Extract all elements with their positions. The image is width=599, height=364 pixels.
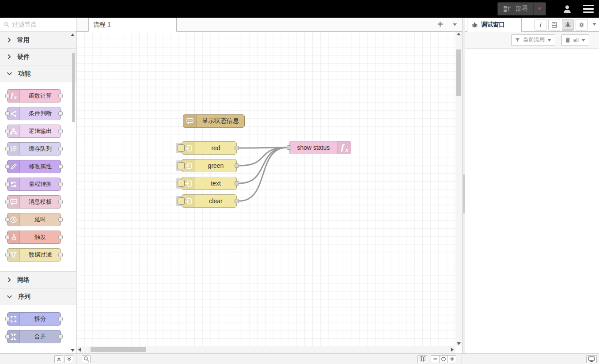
palette-collapse-all-button[interactable] <box>54 355 63 363</box>
scroll-down-arrow[interactable] <box>457 342 461 345</box>
palette-category-label: 功能 <box>18 70 30 78</box>
palette-node-clock[interactable]: 延时 <box>7 213 61 226</box>
palette-node-function[interactable]: ƒx函数计算 <box>7 89 61 102</box>
sidebar-menu-button[interactable] <box>592 23 596 26</box>
palette-node-hand[interactable]: 触发 <box>7 231 61 244</box>
palette-node-split[interactable]: 拆分 <box>7 312 61 326</box>
wire[interactable] <box>239 148 287 166</box>
palette-node-sitemap[interactable]: 逻辑输出 <box>7 125 61 138</box>
palette-node-join[interactable]: 合并 <box>7 330 61 343</box>
canvas-vertical-scrollbar[interactable] <box>455 32 462 346</box>
info-icon: i <box>539 21 541 29</box>
palette-category-硬件[interactable]: 硬件 <box>0 49 76 65</box>
scroll-up-arrow[interactable] <box>457 33 461 35</box>
output-port <box>58 129 63 133</box>
flow-tab[interactable]: 流程 1 <box>88 18 177 32</box>
monitor-icon <box>588 356 595 362</box>
palette-scroll-down-arrow[interactable] <box>71 349 75 352</box>
palette-node-list[interactable]: 缓存队列 <box>7 142 61 155</box>
workspace-search-button[interactable] <box>82 355 91 363</box>
node-label: green <box>195 159 236 172</box>
debug-clear-button[interactable]: all <box>561 34 589 46</box>
minus-icon <box>433 356 438 361</box>
separator-grip[interactable] <box>463 174 465 213</box>
zoom-in-button[interactable] <box>447 355 456 363</box>
palette-scrollbar-thumb[interactable] <box>72 53 75 122</box>
inject-node-text[interactable]: text <box>182 177 237 190</box>
input-port <box>5 217 10 222</box>
palette-expand-all-button[interactable] <box>64 355 73 363</box>
sidebar-header: 调试窗口 i <box>465 18 599 32</box>
palette-category-常用[interactable]: 常用 <box>0 32 76 49</box>
add-flow-button[interactable] <box>437 21 444 27</box>
palette-node-pencil[interactable]: 修改属性 <box>7 160 61 173</box>
canvas-horizontal-scrollbar[interactable] <box>76 346 455 353</box>
input-port[interactable] <box>287 145 291 150</box>
hide-sidebar-button[interactable] <box>586 355 597 363</box>
deploy-button[interactable]: 部署 <box>497 2 546 15</box>
inject-node-clear[interactable]: clear <box>182 194 237 208</box>
inject-trigger-button[interactable] <box>178 144 185 152</box>
palette-search-input[interactable]: 过滤节点 <box>0 18 76 32</box>
scroll-right-arrow[interactable] <box>451 348 454 352</box>
circle-icon <box>441 356 446 362</box>
inject-trigger-button[interactable] <box>178 197 185 205</box>
sidebar-tool-gear-button[interactable] <box>576 19 588 30</box>
user-menu-button[interactable] <box>557 0 578 18</box>
palette-category-content: ƒx函数计算条件判断逻辑输出缓存队列修改属性量程转换消息模板延时触发数据过滤 <box>0 82 76 272</box>
function-node-show-status[interactable]: show statusƒx <box>289 141 351 154</box>
sidebar-separator[interactable] <box>462 18 465 353</box>
input-port <box>5 94 10 98</box>
palette-category-网络[interactable]: 网络 <box>0 272 76 288</box>
palette-scroll-up-arrow[interactable] <box>71 34 75 36</box>
sidebar-tool-info-button[interactable]: i <box>535 19 546 30</box>
zoom-out-button[interactable] <box>431 355 440 363</box>
inject-node-green[interactable]: green <box>182 159 237 172</box>
zoom-reset-button[interactable] <box>439 355 448 363</box>
sidebar-tool-book-button[interactable] <box>548 19 560 30</box>
palette-node-label: 数据过滤 <box>20 249 61 261</box>
scroll-left-arrow[interactable] <box>78 348 81 352</box>
palette-node-switch[interactable]: 条件判断 <box>7 107 61 120</box>
inject-trigger-button[interactable] <box>178 162 185 169</box>
horizontal-scrollbar-thumb[interactable] <box>91 347 146 352</box>
output-port[interactable] <box>235 163 239 168</box>
book-icon <box>551 22 557 28</box>
palette-node-label: 量程转换 <box>20 178 61 190</box>
hamburger-icon <box>583 5 594 13</box>
inject-node-red[interactable]: red <box>182 141 237 155</box>
header-bar: 部署 <box>0 0 599 18</box>
chevron-right-icon <box>7 54 11 59</box>
flow-canvas[interactable]: 显示状态信息redgreentextclearshow statusƒx <box>76 32 455 346</box>
navigator-button[interactable] <box>417 355 427 363</box>
palette-node-label: 延时 <box>20 213 61 226</box>
palette-node-template[interactable]: 消息模板 <box>7 195 61 209</box>
output-port[interactable] <box>235 146 239 150</box>
double-chevron-down-icon <box>67 357 72 361</box>
input-port <box>5 317 10 321</box>
palette-category-content: 拆分合并 <box>0 305 76 353</box>
sidebar-tool-debug-button[interactable] <box>562 19 574 30</box>
vertical-scrollbar-thumb[interactable] <box>456 49 461 96</box>
palette-category-功能[interactable]: 功能 <box>0 65 76 82</box>
workspace-tabbar: 流程 1 <box>76 18 462 32</box>
comment-node-显示状态信息[interactable]: 显示状态信息 <box>183 114 245 128</box>
output-port <box>58 182 63 186</box>
debug-tab[interactable]: 调试窗口 <box>467 18 522 32</box>
input-port <box>5 182 10 186</box>
output-port[interactable] <box>235 199 239 203</box>
main-menu-button[interactable] <box>578 0 599 18</box>
palette-category-序列[interactable]: 序列 <box>0 288 76 305</box>
output-port <box>58 200 63 204</box>
output-port[interactable] <box>235 181 239 186</box>
node-label: show status <box>289 141 337 154</box>
inject-trigger-button[interactable] <box>178 180 185 187</box>
palette-node-loop[interactable]: 量程转换 <box>7 178 61 191</box>
node-label: 显示状态信息 <box>197 115 244 127</box>
palette-node-funnel[interactable]: 数据过滤 <box>7 248 61 262</box>
deploy-options-button[interactable] <box>533 3 546 15</box>
flow-list-button[interactable] <box>453 23 457 26</box>
debug-filter-button[interactable]: 当前流程 <box>511 34 555 46</box>
wire[interactable] <box>239 148 287 201</box>
search-icon <box>83 356 89 362</box>
